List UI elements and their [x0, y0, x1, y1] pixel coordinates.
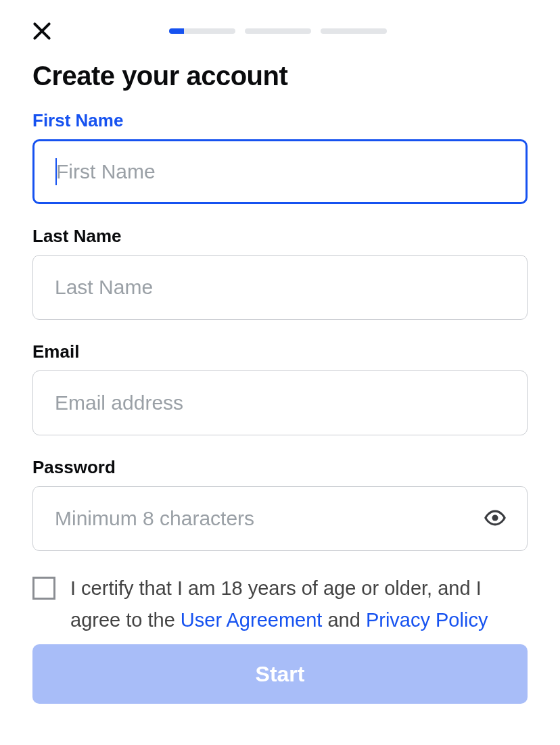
first-name-input[interactable]	[32, 139, 528, 204]
svg-point-0	[492, 514, 498, 521]
password-input[interactable]	[32, 486, 528, 551]
progress-step-1	[169, 28, 235, 34]
field-email: Email	[32, 341, 528, 435]
progress-step-1-fill	[169, 28, 184, 34]
progress-steps	[55, 28, 500, 34]
consent-text-part2: and	[322, 609, 366, 631]
first-name-label: First Name	[32, 110, 528, 131]
page-title: Create your account	[32, 61, 528, 91]
start-button[interactable]: Start	[32, 644, 528, 704]
text-caret	[55, 158, 57, 185]
toggle-password-visibility-button[interactable]	[480, 504, 510, 533]
email-input[interactable]	[32, 370, 528, 435]
consent-text: I certify that I am 18 years of age or o…	[70, 573, 528, 636]
progress-step-2	[245, 28, 311, 34]
user-agreement-link[interactable]: User Agreement	[181, 609, 323, 631]
last-name-input[interactable]	[32, 255, 528, 320]
close-icon	[31, 20, 53, 42]
close-button[interactable]	[28, 18, 55, 45]
consent-row: I certify that I am 18 years of age or o…	[32, 573, 528, 636]
privacy-policy-link[interactable]: Privacy Policy	[366, 609, 488, 631]
field-first-name: First Name	[32, 110, 528, 204]
progress-step-3	[321, 28, 387, 34]
consent-checkbox[interactable]	[32, 577, 55, 600]
password-label: Password	[32, 457, 528, 478]
last-name-label: Last Name	[32, 226, 528, 247]
top-bar	[32, 18, 528, 45]
email-label: Email	[32, 341, 528, 362]
field-last-name: Last Name	[32, 226, 528, 320]
eye-icon	[484, 506, 507, 531]
field-password: Password	[32, 457, 528, 551]
